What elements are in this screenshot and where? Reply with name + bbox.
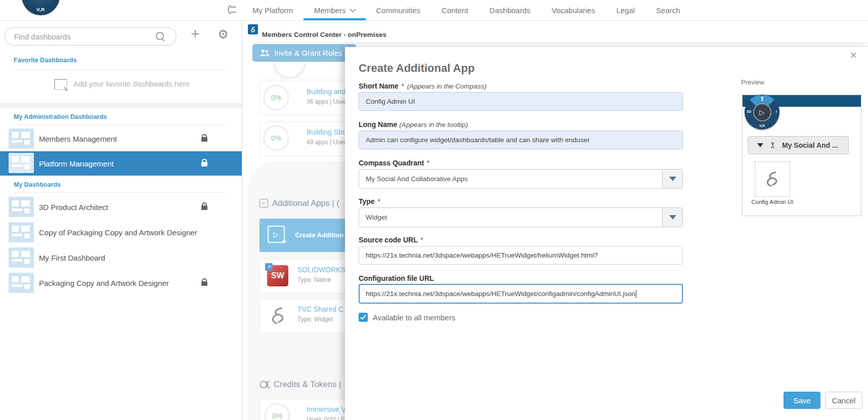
search-input[interactable] (13, 29, 154, 44)
select-arrow-button[interactable] (662, 208, 682, 227)
dashboard-icon (9, 153, 34, 173)
preview-quadrant-label: My Social And ... (782, 141, 838, 149)
dashboards-sidebar: + ⚙ Favorite Dashboards ↘ Add your favor… (0, 20, 242, 420)
favorites-empty-state: ↘ Add your favorite dashboards here (0, 75, 242, 97)
sidebar-item-platform-management[interactable]: Platform Management (0, 151, 242, 176)
preview-quadrant-dropdown: My Social And ... (748, 136, 849, 154)
divider (14, 124, 227, 125)
dashboard-icon (9, 273, 34, 293)
invite-grant-roles-button[interactable]: Invite & Grant Roles (252, 44, 356, 62)
nav-item-legal[interactable]: Legal (605, 0, 645, 20)
sw-icon-text: SW (271, 271, 284, 280)
nav-item-search[interactable]: Search (645, 0, 691, 20)
dashboard-icon (9, 129, 34, 149)
external-link-badge-icon: ↗ (265, 263, 273, 271)
additional-apps-header: ▷ Additional Apps | ( (259, 198, 339, 208)
label-text: Compass Quadrant (359, 159, 424, 167)
sidebar-item-copy-packaging[interactable]: Copy of Packaging Copy and Artwork Desig… (0, 221, 242, 244)
compass-logo[interactable]: V,R (22, 0, 60, 15)
cancel-button[interactable]: Cancel (825, 392, 862, 409)
nav-label: Communities (376, 6, 421, 15)
label-text: Type (359, 197, 375, 205)
ds-logo (268, 306, 288, 328)
long-name-field[interactable] (359, 131, 683, 149)
my-dashboards-section-title: My Dashboards (14, 181, 61, 188)
sidebar-item-label: Copy of Packaging Copy and Artwork Desig… (39, 228, 197, 237)
sidebar-item-label: Members Management (39, 135, 117, 143)
required-mark: * (420, 236, 423, 244)
source-url-field[interactable] (359, 246, 683, 265)
gear-icon[interactable]: ⚙ (214, 26, 232, 44)
collapse-sidebar-icon[interactable] (226, 5, 237, 15)
favorites-empty-text: Add your favorite dashboards here (73, 79, 190, 88)
text-cursor (636, 290, 636, 298)
nav-item-communities[interactable]: Communities (366, 0, 431, 20)
app-title-link[interactable]: SOLIDWORKS (297, 266, 345, 274)
create-additional-app-modal: Create Additional App × Short Name * (Ap… (345, 47, 868, 420)
admin-section-title: My Administration Dashboards (14, 113, 107, 120)
sidebar-item-label: My First Dashboard (39, 254, 105, 262)
plus-icon: + (282, 237, 286, 246)
save-button[interactable]: Save (784, 392, 820, 409)
triangle-down-icon (669, 177, 676, 181)
available-checkbox[interactable] (359, 313, 368, 322)
compass-icon: 3D i V,R ▷ (745, 95, 779, 130)
sidebar-item-label: Packaging Copy and Artwork Designer (39, 279, 169, 287)
create-app-label: Create Addition (295, 231, 343, 239)
label-text: Configuration file URL (359, 274, 434, 282)
nav-item-members[interactable]: Members (303, 0, 366, 20)
modal-title: Create Additional App (359, 62, 474, 75)
divider (14, 192, 227, 193)
short-name-field[interactable] (359, 92, 683, 111)
find-dashboards-search (5, 27, 177, 46)
select-value: Widget (359, 214, 662, 221)
close-icon[interactable]: × (850, 49, 857, 61)
page-title: Members Control Center - onPremises (262, 31, 386, 38)
play-square-icon: ▷ (259, 199, 268, 207)
nav-label: Members (314, 6, 346, 15)
nav-item-content[interactable]: Content (431, 0, 479, 20)
sidebar-item-members-management[interactable]: Members Management (0, 127, 242, 150)
search-icon[interactable] (156, 32, 164, 40)
nav-label: My Platform (252, 6, 293, 15)
additional-apps-header-label: Additional Apps | ( (272, 198, 339, 208)
sidebar-item-packaging-designer[interactable]: Packaging Copy and Artwork Designer (0, 271, 242, 295)
sidebar-item-label: Platform Management (39, 159, 114, 168)
triangle-down-icon (757, 143, 763, 147)
label-hint: (Appears in the Compass) (407, 82, 487, 90)
sidebar-item-3d-product-architect[interactable]: 3D Product Architect (0, 195, 242, 219)
select-arrow-button[interactable] (662, 170, 682, 188)
nav-label: Legal (616, 6, 635, 15)
lock-icon (201, 162, 207, 166)
app-title-link[interactable]: TVC Shared C (297, 305, 343, 313)
type-select[interactable]: Widget (359, 207, 683, 227)
top-bar: V,R My Platform Members Communities Cont… (0, 0, 868, 21)
config-url-field[interactable]: https://21x.technia.net/3dspace/webapps/… (359, 284, 683, 304)
required-mark: * (427, 159, 429, 167)
add-dashboard-button[interactable]: + (186, 25, 204, 44)
sidebar-item-label: 3D Product Architect (39, 203, 108, 212)
coins-icon (259, 380, 270, 389)
select-value: My Social And Collaborative Apps (359, 175, 662, 183)
nav-label: Search (656, 6, 680, 15)
preview-panel: 3D i V,R ▷ My Social And ... Config Admi… (742, 95, 861, 216)
compass-quadrant-label: Compass Quadrant * (359, 159, 430, 167)
label-hint: (Appears in the tooltip) (399, 121, 468, 129)
progress-percent: 0% (271, 94, 281, 102)
triangle-down-icon (669, 215, 676, 220)
short-name-label: Short Name * (Appears in the Compass) (359, 82, 487, 90)
dashboard-icon (9, 247, 34, 268)
progress-ring: 0% (263, 85, 289, 111)
divider (14, 69, 227, 70)
compass-quadrant-select[interactable]: My Social And Collaborative Apps (359, 169, 683, 189)
nav-item-dashboards[interactable]: Dashboards (479, 0, 541, 20)
sidebar-item-my-first-dashboard[interactable]: My First Dashboard (0, 246, 242, 269)
dashboard-icon (9, 197, 34, 217)
compass-center-play-icon: ▷ (753, 103, 771, 121)
compass-i-label: i (776, 110, 777, 113)
nav-item-vocabularies[interactable]: Vocabularies (541, 0, 606, 20)
config-url-value: https://21x.technia.net/3dspace/webapps/… (366, 290, 635, 298)
type-label: Type * (359, 197, 381, 205)
nav-item-my-platform[interactable]: My Platform (242, 0, 303, 20)
long-name-label: Long Name (Appears in the tooltip) (359, 120, 468, 129)
